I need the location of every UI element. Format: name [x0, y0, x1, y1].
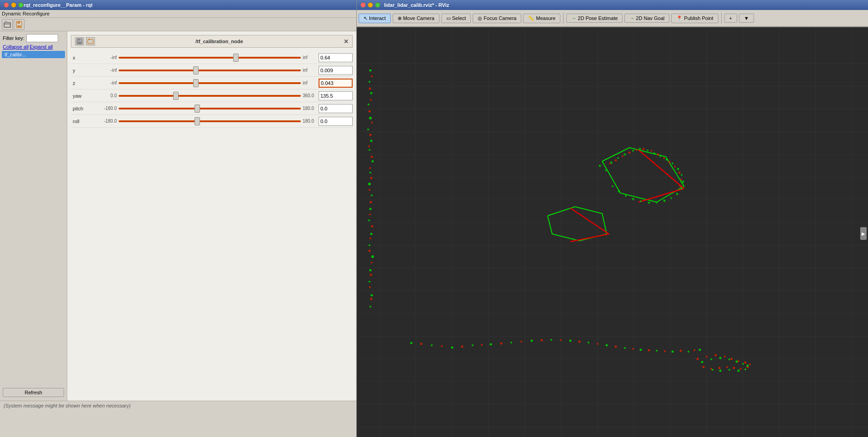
param-slider-thumb-pitch[interactable] — [195, 104, 200, 113]
svg-point-139 — [738, 370, 740, 372]
svg-point-176 — [629, 152, 631, 154]
tf-calibr-tree-item[interactable]: tf_calibr... — [2, 51, 65, 58]
nav-goal-button[interactable]: → 2D Nav Goal — [624, 14, 669, 23]
rviz-maximize-btn[interactable] — [375, 2, 380, 8]
param-slider-thumb-z[interactable] — [193, 79, 199, 87]
svg-point-52 — [368, 183, 371, 185]
svg-point-55 — [368, 219, 370, 221]
svg-point-61 — [371, 294, 373, 297]
filter-input[interactable] — [26, 34, 58, 42]
svg-point-136 — [742, 363, 744, 365]
rviz-viewport[interactable]: ▶ — [357, 27, 868, 437]
svg-point-182 — [668, 161, 671, 164]
publish-point-button[interactable]: 📍 Publish Point — [671, 14, 718, 23]
close-btn[interactable] — [4, 2, 9, 8]
menu-btn[interactable]: ▼ — [739, 14, 754, 23]
close-node-btn[interactable]: ✕ — [344, 38, 349, 45]
param-row-x: x -inf inf — [71, 51, 353, 64]
svg-point-128 — [718, 367, 721, 369]
param-slider-thumb-yaw[interactable] — [173, 92, 179, 100]
svg-text:▶: ▶ — [862, 231, 865, 236]
svg-point-117 — [706, 356, 708, 358]
move-camera-button[interactable]: ⊕ Move Camera — [393, 14, 439, 23]
param-value-yaw[interactable] — [319, 91, 353, 100]
param-slider-container-y[interactable] — [119, 66, 301, 75]
open-icon[interactable] — [2, 19, 13, 30]
svg-point-178 — [643, 148, 645, 150]
expand-all-button[interactable]: Expand all — [30, 44, 53, 50]
param-value-x[interactable] — [319, 53, 353, 62]
extra-btn[interactable]: + — [724, 14, 737, 23]
svg-point-83 — [410, 342, 413, 344]
svg-point-173 — [609, 163, 611, 164]
param-value-y[interactable] — [319, 66, 353, 75]
node-load-btn[interactable] — [86, 37, 95, 45]
node-save-btn[interactable] — [75, 37, 84, 45]
svg-point-120 — [731, 358, 733, 360]
param-slider-track-roll — [119, 120, 301, 122]
maximize-btn[interactable] — [18, 2, 24, 8]
param-name-pitch: pitch — [71, 106, 98, 111]
params-container: x -inf inf y -inf inf z -inf — [71, 51, 353, 128]
svg-point-58 — [371, 255, 374, 258]
svg-point-132 — [710, 358, 712, 360]
save-icon[interactable] — [14, 19, 25, 30]
param-slider-thumb-roll[interactable] — [195, 117, 200, 125]
svg-point-108 — [579, 341, 581, 343]
param-slider-thumb-y[interactable] — [193, 66, 199, 74]
select-button[interactable]: ▭ Select — [441, 14, 471, 23]
svg-point-134 — [728, 358, 730, 360]
svg-point-85 — [451, 347, 454, 349]
param-value-roll[interactable] — [319, 117, 353, 126]
svg-point-121 — [738, 360, 739, 362]
param-slider-thumb-x[interactable] — [233, 54, 239, 62]
svg-point-153 — [639, 148, 641, 150]
rqt-panel: rqt_reconfigure__Param - rqt Dynamic Rec… — [0, 0, 357, 437]
svg-rect-9 — [89, 39, 90, 40]
svg-point-93 — [606, 344, 608, 347]
svg-point-119 — [724, 356, 726, 358]
svg-point-106 — [541, 339, 543, 342]
param-name-x: x — [71, 55, 98, 60]
param-min-x: -inf — [98, 55, 119, 60]
svg-point-165 — [663, 200, 666, 202]
config-panel: /tf_calibration_node ✕ x -inf inf y -inf — [67, 31, 356, 401]
svg-point-99 — [699, 349, 701, 351]
param-slider-container-roll[interactable] — [119, 117, 301, 126]
svg-point-151 — [624, 154, 626, 156]
svg-point-96 — [656, 350, 658, 352]
svg-point-59 — [369, 269, 372, 272]
rviz-title-bar: lidar_lidar_calib.rviz* - RViz — [357, 0, 868, 10]
collapse-all-button[interactable]: Collapse all — [3, 44, 29, 50]
svg-point-150 — [617, 157, 619, 159]
rviz-close-btn[interactable] — [360, 2, 366, 8]
svg-rect-3 — [17, 21, 20, 24]
minimize-btn[interactable] — [11, 2, 16, 8]
svg-point-54 — [369, 208, 372, 210]
svg-point-135 — [736, 361, 738, 363]
pose-estimate-button[interactable]: → 2D Pose Estimate — [566, 14, 623, 23]
measure-button[interactable]: 📏 Measure — [523, 14, 560, 23]
config-node-tools — [75, 37, 95, 45]
svg-point-160 — [681, 174, 683, 176]
param-slider-container-z[interactable] — [119, 79, 301, 88]
param-value-z[interactable] — [319, 79, 353, 88]
rviz-minimize-btn[interactable] — [368, 2, 373, 8]
svg-point-177 — [636, 149, 638, 151]
dynamic-reconfigure-menu[interactable]: Dynamic Reconfigure — [2, 11, 50, 16]
svg-point-64 — [369, 88, 371, 90]
refresh-button[interactable]: Refresh — [3, 388, 64, 397]
interact-button[interactable]: ↖ Interact — [359, 14, 391, 23]
svg-point-175 — [622, 155, 624, 157]
param-slider-container-x[interactable] — [119, 53, 301, 62]
svg-point-82 — [370, 298, 373, 300]
svg-point-172 — [612, 185, 614, 187]
focus-camera-button[interactable]: ◎ Focus Camera — [473, 14, 521, 23]
param-slider-container-yaw[interactable] — [119, 91, 301, 100]
svg-point-47 — [367, 129, 369, 130]
toolbar-sep1 — [563, 13, 564, 24]
param-slider-container-pitch[interactable] — [119, 104, 301, 113]
param-row-yaw: yaw 0.0 360.0 — [71, 89, 353, 102]
svg-point-112 — [648, 349, 650, 352]
param-value-pitch[interactable] — [319, 104, 353, 113]
